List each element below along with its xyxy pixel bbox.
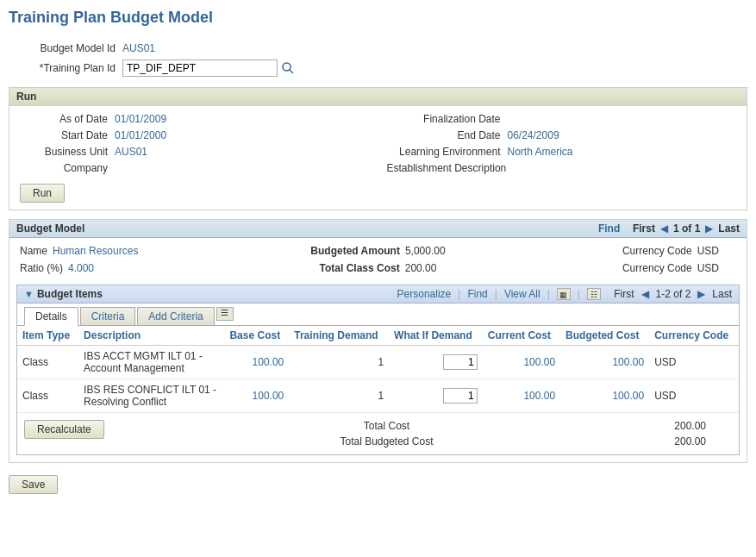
view-all-link[interactable]: View All bbox=[504, 288, 540, 300]
what-if-demand-input-1[interactable] bbox=[443, 388, 478, 404]
recalculate-area: Recalculate bbox=[24, 420, 110, 439]
table-row: Class IBS ACCT MGMT ILT 01 - Account Man… bbox=[17, 346, 739, 379]
establishment-desc-row: Establishment Description bbox=[387, 162, 737, 174]
right-col: Finalization Date End Date 06/24/2009 Le… bbox=[387, 113, 737, 178]
tab-criteria[interactable]: Criteria bbox=[80, 307, 136, 325]
grid-icon1[interactable]: ▦ bbox=[557, 288, 571, 300]
totals-values: 200.00 200.00 bbox=[663, 420, 732, 447]
establishment-desc-label: Establishment Description bbox=[387, 162, 514, 174]
name-label: Name bbox=[20, 245, 53, 257]
run-grid: As of Date 01/01/2009 Start Date 01/01/2… bbox=[20, 113, 736, 178]
total-budgeted-cost-label: Total Budgeted Cost bbox=[340, 435, 433, 447]
sep1: | bbox=[458, 288, 460, 300]
total-cost-value-row: 200.00 bbox=[663, 420, 706, 432]
total-cost-label-row: Total Cost bbox=[110, 420, 663, 432]
total-budgeted-cost-label-row: Total Budgeted Cost bbox=[110, 435, 663, 447]
collapse-triangle-icon[interactable]: ▼ bbox=[24, 289, 34, 299]
find-items-link[interactable]: Find bbox=[467, 288, 487, 300]
tab-add-criteria[interactable]: Add Criteria bbox=[137, 307, 214, 325]
total-class-cost-value: 200.00 bbox=[405, 262, 437, 274]
start-date-label: Start Date bbox=[20, 129, 115, 141]
table-header-row: Item Type Description Base Cost Training… bbox=[17, 326, 739, 346]
prev-items-button[interactable]: ◀ bbox=[640, 288, 651, 300]
as-of-date-label: As of Date bbox=[20, 113, 115, 125]
cell-description: IBS RES CONFLICT ILT 01 - Resolving Conf… bbox=[78, 379, 224, 413]
total-cost-value: 200.00 bbox=[674, 420, 706, 432]
budget-model-info: Name Human Resources Budgeted Amount 5,0… bbox=[9, 238, 747, 285]
business-unit-value: AUS01 bbox=[115, 146, 147, 158]
save-button[interactable]: Save bbox=[9, 475, 58, 494]
budget-items-controls: Personalize | Find | View All | ▦ | ☷ Fi… bbox=[397, 288, 732, 300]
sep4: | bbox=[578, 288, 580, 300]
col-currency-code: Currency Code bbox=[649, 326, 739, 346]
finalization-date-row: Finalization Date bbox=[387, 113, 737, 125]
budget-model-section: Budget Model Find First ◀ 1 of 1 ▶ Last … bbox=[9, 219, 747, 463]
personalize-link[interactable]: Personalize bbox=[397, 288, 452, 300]
col-description: Description bbox=[78, 326, 224, 346]
ratio-label: Ratio (%) bbox=[20, 262, 68, 274]
col-budgeted-cost: Budgeted Cost bbox=[560, 326, 649, 346]
next-items-button[interactable]: ▶ bbox=[696, 288, 707, 300]
last-label: Last bbox=[718, 222, 740, 235]
last-items-label: Last bbox=[712, 288, 732, 300]
what-if-demand-input-0[interactable] bbox=[443, 354, 478, 370]
business-unit-label: Business Unit bbox=[20, 146, 115, 158]
training-plan-id-label: *Training Plan Id bbox=[19, 62, 122, 74]
col-item-type: Item Type bbox=[17, 326, 78, 346]
tabs-bar: Details Criteria Add Criteria ☰ bbox=[17, 304, 739, 326]
budget-items-header: ▼ Budget Items Personalize | Find | View… bbox=[17, 285, 739, 304]
budgeted-amount-value: 5,000.00 bbox=[405, 245, 446, 257]
grid-icon2[interactable]: ☷ bbox=[587, 288, 601, 300]
footer: Save bbox=[9, 472, 747, 498]
company-row: Company bbox=[20, 162, 370, 174]
next-nav-button[interactable]: ▶ bbox=[703, 222, 715, 235]
cell-current-cost: 100.00 bbox=[483, 346, 560, 379]
budget-items-title: ▼ Budget Items bbox=[24, 288, 103, 300]
search-icon[interactable] bbox=[281, 61, 295, 75]
tab-details[interactable]: Details bbox=[24, 307, 78, 326]
budget-items-table: Item Type Description Base Cost Training… bbox=[17, 326, 739, 413]
currency-code-row: Currency Code USD bbox=[497, 245, 736, 257]
left-col: As of Date 01/01/2009 Start Date 01/01/2… bbox=[20, 113, 370, 178]
recalculate-button[interactable]: Recalculate bbox=[24, 420, 104, 439]
find-link[interactable]: Find bbox=[598, 222, 620, 235]
cell-base-cost: 100.00 bbox=[224, 379, 289, 413]
col-training-demand: Training Demand bbox=[289, 326, 389, 346]
cell-what-if-demand[interactable] bbox=[389, 346, 483, 379]
cell-what-if-demand[interactable] bbox=[389, 379, 483, 413]
learning-env-label: Learning Environment bbox=[387, 146, 508, 158]
budget-model-id-row: Budget Model Id AUS01 bbox=[19, 42, 737, 54]
nav-info: 1 of 1 bbox=[673, 222, 700, 235]
total-budgeted-cost-value: 200.00 bbox=[674, 435, 706, 447]
header-fields: Budget Model Id AUS01 *Training Plan Id bbox=[9, 37, 747, 87]
total-class-cost-label: Total Class Cost bbox=[320, 262, 405, 274]
ratio-value: 4.000 bbox=[68, 262, 94, 274]
learning-env-value: North America bbox=[508, 146, 573, 158]
name-value: Human Resources bbox=[53, 245, 138, 257]
cell-item-type: Class bbox=[17, 379, 78, 413]
end-date-row: End Date 06/24/2009 bbox=[387, 129, 737, 141]
budget-items-label: Budget Items bbox=[37, 288, 103, 300]
finalization-date-label: Finalization Date bbox=[387, 113, 508, 125]
prev-nav-button[interactable]: ◀ bbox=[659, 222, 670, 235]
start-date-value: 01/01/2000 bbox=[115, 129, 166, 141]
business-unit-row: Business Unit AUS01 bbox=[20, 146, 370, 158]
run-button[interactable]: Run bbox=[20, 184, 65, 203]
ratio-row: Ratio (%) 4.000 bbox=[20, 262, 259, 274]
items-nav-info: 1-2 of 2 bbox=[656, 288, 691, 300]
sep3: | bbox=[547, 288, 550, 300]
training-plan-id-input[interactable] bbox=[122, 59, 278, 77]
col-base-cost: Base Cost bbox=[224, 326, 289, 346]
budget-model-section-header: Budget Model Find First ◀ 1 of 1 ▶ Last bbox=[9, 220, 747, 238]
cell-base-cost: 100.00 bbox=[224, 346, 289, 379]
svg-line-1 bbox=[290, 70, 293, 73]
budget-items-subsection: ▼ Budget Items Personalize | Find | View… bbox=[16, 285, 740, 455]
tab-extra-icon[interactable]: ☰ bbox=[216, 307, 234, 321]
cell-budgeted-cost: 100.00 bbox=[560, 379, 649, 413]
training-plan-id-row: *Training Plan Id bbox=[19, 59, 737, 77]
table-row: Class IBS RES CONFLICT ILT 01 - Resolvin… bbox=[17, 379, 739, 413]
total-class-cost-row: Total Class Cost 200.00 bbox=[259, 262, 497, 274]
cell-training-demand: 1 bbox=[289, 346, 389, 379]
cell-currency-code: USD bbox=[649, 346, 739, 379]
budget-model-id-label: Budget Model Id bbox=[19, 42, 122, 54]
